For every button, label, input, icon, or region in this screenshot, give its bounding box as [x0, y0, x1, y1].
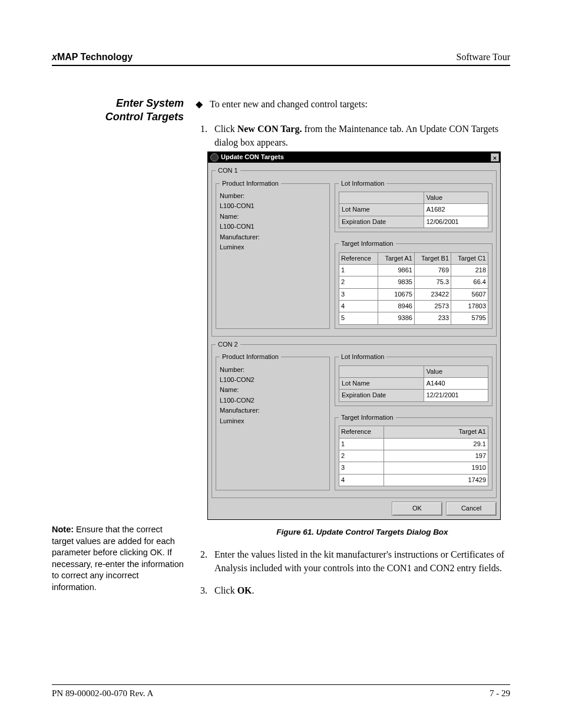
dialog-button-row: OK Cancel: [211, 502, 497, 515]
tech-title: xMAP Technology: [52, 52, 133, 62]
con2-lot-table: Value Lot Name A1440: [339, 365, 488, 402]
blank-hdr: [339, 365, 424, 377]
table-row: 310675234225607: [339, 288, 488, 300]
step-3: Click OK.: [210, 584, 510, 597]
ok-button[interactable]: OK: [392, 502, 442, 515]
con1-target-table: Reference Target A1 Target B1 Target C1 …: [339, 252, 488, 325]
c2h1: Target A1: [384, 426, 488, 438]
con1-lot-value-hdr: Value: [424, 192, 488, 203]
con2-mfr-value: Luminex: [220, 417, 326, 426]
con2-tgt-legend: Target Information: [339, 413, 396, 422]
steps-list: Click New CON Targ. from the Maintenance…: [196, 123, 510, 597]
page-footer: PN 89-00002-00-070 Rev. A 7 - 29: [52, 684, 510, 699]
step2-text: Enter the values listed in the kit manuf…: [214, 549, 504, 572]
con1-lotexp-label: Expiration Date: [339, 216, 424, 228]
table-row: 31910: [339, 462, 488, 474]
con1-grid: Product Information Number: L100-CON1 Na…: [216, 179, 492, 332]
con1-lotname-input[interactable]: A1682: [424, 204, 488, 216]
con1-tgt-legend: Target Information: [339, 239, 396, 248]
con2-grid: Product Information Number: L100-CON2 Na…: [216, 353, 492, 494]
con2-number-value: L100-CON2: [220, 375, 326, 384]
c1h2: Target B1: [414, 252, 451, 264]
step3-bold: OK: [237, 585, 252, 595]
con2-lot-info: Lot Information Value: [335, 353, 492, 406]
step-2: Enter the values listed in the kit manuf…: [210, 548, 510, 575]
tech-text: MAP Technology: [57, 52, 133, 62]
note-text: Ensure that the correct target values ar…: [52, 525, 184, 592]
table-row: 2983575.366.4: [339, 276, 488, 288]
con1-number-label: Number:: [220, 192, 326, 200]
table-row: 417429: [339, 474, 488, 486]
con1-name-value: L100-CON1: [220, 222, 326, 231]
con2-product-info: Product Information Number: L100-CON2 Na…: [216, 353, 330, 490]
step3-post: .: [252, 585, 254, 595]
con1-legend: CON 1: [216, 166, 240, 175]
con1-right: Lot Information Value: [335, 179, 492, 332]
con1-lotexp-input[interactable]: 12/06/2001: [424, 216, 488, 228]
con2-legend: CON 2: [216, 340, 240, 349]
con2-lotname-input[interactable]: A1440: [424, 378, 488, 390]
con1-lot-info: Lot Information Value: [335, 179, 492, 233]
con1-pi-legend: Product Information: [220, 179, 281, 188]
c1h1: Target A1: [378, 252, 414, 264]
con1-mfr-label: Manufacturer:: [220, 233, 326, 242]
section-title: Software Tour: [457, 52, 510, 62]
con1-target-info: Target Information Reference Target A1 T…: [335, 239, 492, 329]
con1-lot-table: Value Lot Name A1682: [339, 192, 488, 228]
lead-text: To enter new and changed control targets…: [210, 98, 368, 111]
main-column: ◆ To enter new and changed control targe…: [196, 98, 510, 607]
con2-lot-legend: Lot Information: [339, 353, 386, 361]
con2-pi-legend: Product Information: [220, 353, 281, 361]
con1-number-value: L100-CON1: [220, 202, 326, 210]
footer-left: PN 89-00002-00-070 Rev. A: [52, 689, 153, 699]
c1h0: Reference: [339, 252, 378, 264]
side-heading-l1: Enter System: [116, 97, 184, 109]
note-label: Note:: [52, 525, 74, 534]
con1-name-label: Name:: [220, 212, 326, 221]
side-heading-l2: Control Targets: [105, 111, 184, 123]
step1-bold: New CON Targ.: [237, 124, 302, 134]
dialog-title: Update CON Targets: [221, 153, 491, 162]
tech-prefix: x: [52, 52, 57, 62]
content-row: Enter System Control Targets Note: Ensur…: [52, 98, 510, 607]
con2-name-value: L100-CON2: [220, 396, 326, 405]
con1-lotname-label: Lot Name: [339, 204, 424, 216]
table-row: 48946257317803: [339, 301, 488, 312]
figure-caption: Figure 61. Update Control Targets Dialog…: [214, 527, 510, 538]
con2-right: Lot Information Value: [335, 353, 492, 494]
con2-name-label: Name:: [220, 386, 326, 394]
update-con-targets-dialog: Update CON Targets × CON 1 Product Info: [207, 151, 501, 519]
page: xMAP Technology Software Tour Enter Syst…: [0, 0, 562, 728]
con1-product-info: Product Information Number: L100-CON1 Na…: [216, 179, 330, 329]
side-note: Note: Ensure that the correct target val…: [52, 524, 184, 593]
blank-hdr: [339, 192, 424, 203]
cancel-button[interactable]: Cancel: [446, 502, 497, 515]
con2-lotname-label: Lot Name: [339, 378, 424, 390]
dialog-body: CON 1 Product Information Number: L100-C…: [208, 163, 500, 519]
table-row: 19861769218: [339, 264, 488, 276]
con2-fieldset: CON 2 Product Information Number: L100-C…: [211, 340, 497, 498]
lead-bullet: ◆ To enter new and changed control targe…: [196, 98, 510, 111]
side-column: Enter System Control Targets Note: Ensur…: [52, 98, 196, 593]
con2-number-label: Number:: [220, 365, 326, 374]
con1-lot-legend: Lot Information: [339, 179, 386, 188]
con2-target-info: Target Information Reference Target A1: [335, 413, 492, 490]
running-head: xMAP Technology Software Tour: [52, 52, 510, 66]
c1h3: Target C1: [451, 252, 488, 264]
app-icon: [210, 153, 219, 162]
con2-lot-value-hdr: Value: [424, 365, 488, 377]
side-heading: Enter System Control Targets: [52, 97, 184, 123]
c2h0: Reference: [339, 426, 384, 438]
table-row: 593862335795: [339, 312, 488, 324]
con2-lotexp-input[interactable]: 12/21/2001: [424, 390, 488, 401]
table-row: 129.1: [339, 438, 488, 450]
con2-mfr-label: Manufacturer:: [220, 406, 326, 415]
diamond-icon: ◆: [196, 98, 203, 111]
con2-target-table: Reference Target A1 129.1 2197 31910 417…: [339, 426, 488, 486]
step-1: Click New CON Targ. from the Maintenance…: [210, 123, 510, 538]
footer-right: 7 - 29: [490, 689, 510, 699]
table-row: 2197: [339, 450, 488, 462]
close-icon[interactable]: ×: [491, 153, 499, 162]
dialog-figure: Update CON Targets × CON 1 Product Info: [207, 151, 510, 519]
con1-fieldset: CON 1 Product Information Number: L100-C…: [211, 166, 497, 337]
